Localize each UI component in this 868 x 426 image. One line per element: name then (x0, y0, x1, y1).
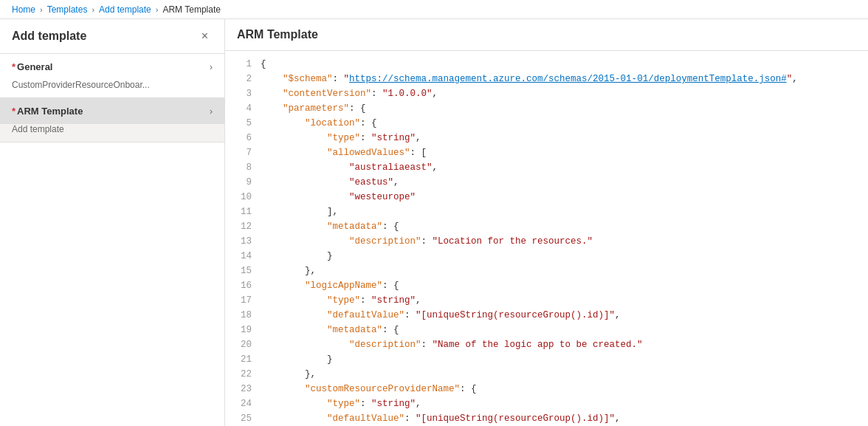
line-content: { (261, 57, 266, 72)
line-content: "customResourceProviderName": { (261, 382, 477, 396)
breadcrumb-sep-3: › (156, 5, 159, 14)
line-content: "eastus", (261, 175, 399, 190)
line-number: 1 (225, 57, 261, 72)
line-number: 21 (225, 352, 261, 367)
chevron-right-general: › (210, 62, 213, 72)
line-number: 17 (225, 293, 261, 308)
code-line: 5 "location": { (225, 116, 868, 131)
code-line: 18 "defaultValue": "[uniqueString(resour… (225, 308, 868, 323)
line-number: 12 (225, 219, 261, 234)
nav-item-arm-sublabel: Add template (0, 124, 224, 142)
line-content: "metadata": { (261, 323, 399, 337)
line-content: "description": "Location for the resourc… (261, 234, 593, 249)
line-content: "allowedValues": [ (261, 145, 427, 160)
code-line: 9 "eastus", (225, 175, 868, 190)
nav-item-general-sublabel: CustomProviderResourceOnboar... (0, 80, 224, 97)
line-content: "type": "string", (261, 396, 421, 411)
breadcrumb-sep-1: › (40, 5, 43, 14)
line-number: 25 (225, 411, 261, 426)
line-content: "contentVersion": "1.0.0.0", (261, 86, 438, 101)
code-line: 24 "type": "string", (225, 396, 868, 411)
line-content: }, (261, 367, 316, 382)
line-content: }, (261, 264, 316, 278)
line-content: "westeurope" (261, 190, 416, 205)
line-number: 23 (225, 382, 261, 396)
line-content: "defaultValue": "[uniqueString(resourceG… (261, 308, 621, 323)
breadcrumb-add-template[interactable]: Add template (99, 4, 151, 15)
chevron-right-arm: › (210, 106, 213, 117)
code-line: 20 "description": "Name of the logic app… (225, 337, 868, 352)
line-number: 6 (225, 131, 261, 145)
code-line: 19 "metadata": { (225, 323, 868, 337)
required-star-general: * (12, 61, 16, 72)
line-content: "parameters": { (261, 101, 366, 116)
line-content: ], (261, 205, 338, 219)
nav-item-general[interactable]: *General › CustomProviderResourceOnboar.… (0, 54, 224, 98)
nav-item-general-header[interactable]: *General › (0, 54, 224, 80)
code-line: 10 "westeurope" (225, 190, 868, 205)
code-line: 16 "logicAppName": { (225, 278, 868, 293)
nav-item-arm-header[interactable]: *ARM Template › (0, 98, 224, 124)
breadcrumb-templates[interactable]: Templates (47, 4, 88, 15)
line-number: 10 (225, 190, 261, 205)
code-line: 23 "customResourceProviderName": { (225, 382, 868, 396)
breadcrumb: Home › Templates › Add template › ARM Te… (0, 0, 868, 19)
line-content: "logicAppName": { (261, 278, 399, 293)
line-number: 14 (225, 249, 261, 264)
line-content: "$schema": "https://schema.management.az… (261, 72, 798, 86)
line-content: } (261, 249, 333, 264)
code-line: 25 "defaultValue": "[uniqueString(resour… (225, 411, 868, 426)
line-number: 19 (225, 323, 261, 337)
code-line: 6 "type": "string", (225, 131, 868, 145)
line-number: 5 (225, 116, 261, 131)
right-panel: ARM Template 1{2 "$schema": "https://sch… (225, 19, 868, 426)
code-line: 4 "parameters": { (225, 101, 868, 116)
nav-item-arm-label: *ARM Template (12, 106, 83, 117)
left-panel-title: Add template (12, 30, 86, 43)
line-number: 24 (225, 396, 261, 411)
line-content: "australiaeast", (261, 160, 438, 175)
line-content: } (261, 352, 333, 367)
close-button[interactable]: × (197, 28, 213, 44)
code-line: 8 "australiaeast", (225, 160, 868, 175)
left-panel: Add template × *General › CustomProvider… (0, 19, 225, 426)
line-number: 3 (225, 86, 261, 101)
code-line: 1{ (225, 57, 868, 72)
code-line: 15 }, (225, 264, 868, 278)
line-content: "type": "string", (261, 293, 421, 308)
line-content: "location": { (261, 116, 377, 131)
line-number: 4 (225, 101, 261, 116)
line-number: 7 (225, 145, 261, 160)
code-line: 7 "allowedValues": [ (225, 145, 868, 160)
line-number: 13 (225, 234, 261, 249)
left-panel-header: Add template × (0, 19, 224, 54)
line-number: 2 (225, 72, 261, 86)
code-line: 3 "contentVersion": "1.0.0.0", (225, 86, 868, 101)
breadcrumb-current: ARM Template (162, 4, 220, 15)
code-line: 14 } (225, 249, 868, 264)
right-panel-header: ARM Template (225, 19, 868, 51)
line-number: 9 (225, 175, 261, 190)
required-star-arm: * (12, 106, 16, 117)
code-line: 22 }, (225, 367, 868, 382)
line-content: "description": "Name of the logic app to… (261, 337, 643, 352)
code-line: 17 "type": "string", (225, 293, 868, 308)
main-layout: Add template × *General › CustomProvider… (0, 19, 868, 426)
line-content: "defaultValue": "[uniqueString(resourceG… (261, 411, 621, 426)
code-line: 21 } (225, 352, 868, 367)
nav-item-arm-template[interactable]: *ARM Template › Add template (0, 98, 224, 142)
code-line: 2 "$schema": "https://schema.management.… (225, 72, 868, 86)
line-number: 11 (225, 205, 261, 219)
line-number: 16 (225, 278, 261, 293)
line-number: 8 (225, 160, 261, 175)
line-number: 15 (225, 264, 261, 278)
breadcrumb-home[interactable]: Home (12, 4, 35, 15)
code-line: 13 "description": "Location for the reso… (225, 234, 868, 249)
line-number: 22 (225, 367, 261, 382)
code-editor[interactable]: 1{2 "$schema": "https://schema.managemen… (225, 51, 868, 426)
breadcrumb-sep-2: › (92, 5, 94, 14)
code-line: 11 ], (225, 205, 868, 219)
line-number: 18 (225, 308, 261, 323)
line-number: 20 (225, 337, 261, 352)
line-content: "metadata": { (261, 219, 399, 234)
